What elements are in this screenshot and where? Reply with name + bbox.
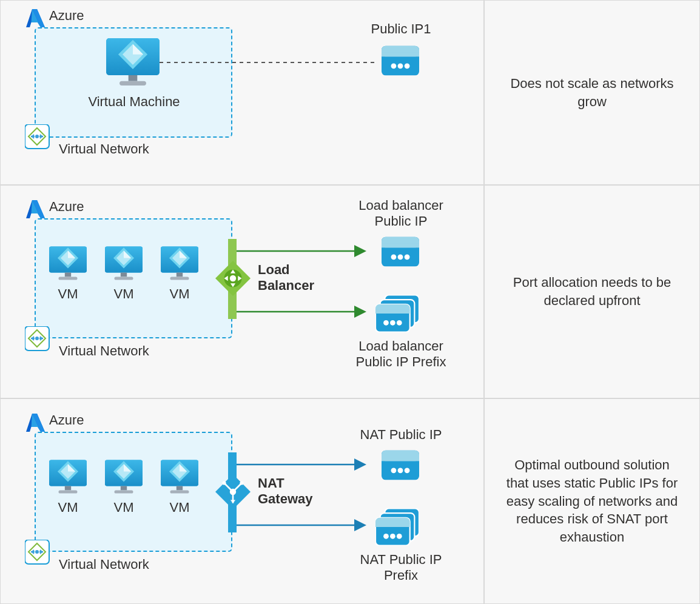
lb-pip-label: Load balancerPublic IP <box>328 198 474 229</box>
row1-desc-text: Does not scale as networks grow <box>502 75 682 110</box>
nat-pip-prefix-label: NAT Public IPPrefix <box>328 552 474 583</box>
row3-desc-text: Optimal outbound solution that uses stat… <box>502 456 682 546</box>
vm-label: VM <box>161 286 198 302</box>
row2-desc-text: Port allocation needs to be declared upf… <box>502 273 682 309</box>
row2-diagram: Azure VM VM VM Virtual Network LoadBalan… <box>0 185 484 398</box>
public-ip-stack-icon <box>375 295 419 332</box>
vm-icon <box>161 460 198 494</box>
azure-label: Azure <box>49 412 84 428</box>
vm-label: VM <box>49 500 87 515</box>
public-ip-icon <box>382 237 419 267</box>
vnet-label: Virtual Network <box>59 343 149 359</box>
vm-icon <box>49 460 87 494</box>
public-ip-icon <box>382 450 419 480</box>
vnet-label: Virtual Network <box>59 141 149 157</box>
azure-logo-icon <box>24 8 47 30</box>
vm-label: VM <box>105 500 143 515</box>
row1-desc: Does not scale as networks grow <box>484 0 700 185</box>
vnet-icon <box>25 124 50 150</box>
vm-icon <box>106 38 160 86</box>
azure-label: Azure <box>49 199 84 215</box>
public-ip-stack-icon <box>375 508 419 546</box>
vm-icon <box>49 246 87 280</box>
azure-logo-icon <box>24 199 47 221</box>
diagram-grid: Azure Virtual Machine Virtual Network Pu… <box>0 0 700 604</box>
vnet-icon <box>25 540 50 565</box>
public-ip1-label: Public IP1 <box>340 21 462 37</box>
azure-label: Azure <box>49 8 84 24</box>
row2-desc: Port allocation needs to be declared upf… <box>484 185 700 398</box>
vm-label: VM <box>105 286 143 302</box>
vnet-icon <box>25 326 50 352</box>
vm-icon <box>105 460 143 494</box>
vm-label: VM <box>49 286 87 302</box>
vnet-label: Virtual Network <box>59 557 149 572</box>
nat-pip-label: NAT Public IP <box>328 427 474 443</box>
row3-diagram: Azure VM VM VM Virtual Network NATGatewa… <box>0 398 484 604</box>
vm-icon <box>105 246 143 280</box>
row3-desc: Optimal outbound solution that uses stat… <box>484 398 700 604</box>
dashed-connector <box>160 56 390 69</box>
lb-pip-prefix-label: Load balancerPublic IP Prefix <box>328 338 474 370</box>
lb-arrows <box>237 240 376 319</box>
vm-label: VM <box>161 500 198 515</box>
azure-logo-icon <box>24 412 47 434</box>
row1-diagram: Azure Virtual Machine Virtual Network Pu… <box>0 0 484 185</box>
vm-icon <box>161 246 198 280</box>
public-ip-icon <box>382 45 419 76</box>
nat-arrows <box>237 454 376 532</box>
vm-label: Virtual Machine <box>73 94 195 110</box>
